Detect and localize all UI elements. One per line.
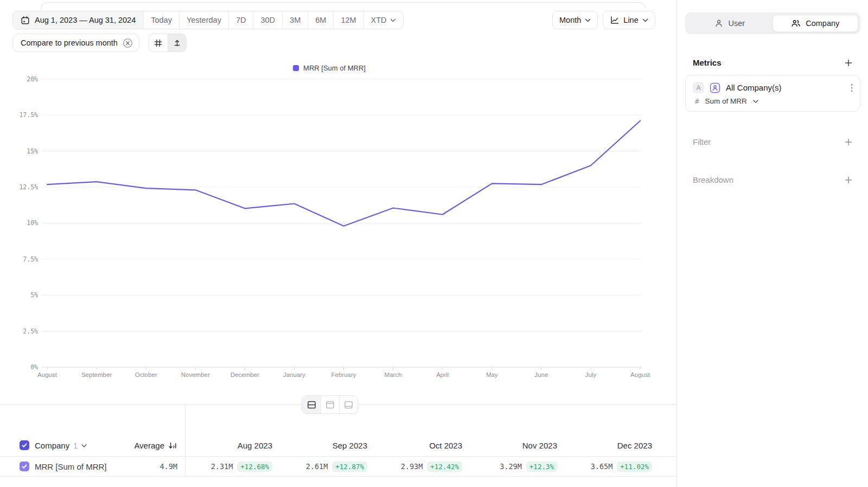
preset-xtd-label: XTD	[371, 16, 387, 24]
row-checkbox[interactable]	[20, 462, 29, 471]
toggle-company[interactable]: Company	[773, 15, 859, 32]
select-all-checkbox[interactable]	[20, 440, 29, 450]
kebab-menu-icon[interactable]	[851, 84, 853, 92]
chevron-down-icon	[753, 100, 758, 103]
cell-value: 2.61M	[306, 462, 328, 471]
chart-type-dropdown[interactable]: Line	[603, 11, 655, 29]
layout-bottom-button[interactable]	[339, 396, 358, 413]
toggle-user[interactable]: User	[687, 15, 773, 32]
date-range-toolbar: Aug 1, 2023 — Aug 31, 2024 Today Yesterd…	[12, 11, 404, 29]
table-column-divider	[185, 405, 186, 477]
preset-30d[interactable]: 30D	[253, 11, 282, 29]
add-filter-button[interactable]	[844, 138, 853, 146]
svg-text:10%: 10%	[27, 219, 38, 227]
svg-text:August: August	[37, 371, 58, 378]
entity-toggle: User Company	[685, 12, 860, 34]
sort-descending-icon	[168, 441, 177, 450]
cell-delta-badge: +12.68%	[237, 462, 272, 472]
calendar-icon	[21, 16, 30, 25]
arrow-up-from-line-icon	[173, 39, 182, 48]
remove-compare-icon[interactable]	[123, 38, 133, 48]
series-badge: A	[693, 82, 704, 93]
svg-text:February: February	[331, 371, 356, 378]
preset-6m[interactable]: 6M	[308, 11, 333, 29]
filter-section-header: Filter	[685, 137, 860, 146]
svg-text:2.5%: 2.5%	[23, 328, 38, 335]
chevron-down-icon	[390, 18, 396, 22]
average-header-sort[interactable]: Average	[114, 441, 185, 450]
cell-delta-badge: +12.87%	[332, 462, 367, 472]
svg-text:September: September	[81, 371, 112, 378]
line-chart-icon	[610, 15, 620, 25]
cell-value: 2.31M	[211, 462, 233, 471]
chevron-down-icon	[81, 444, 87, 447]
svg-text:May: May	[486, 371, 498, 378]
preset-yesterday[interactable]: Yesterday	[179, 11, 228, 29]
main-pane: Aug 1, 2023 — Aug 31, 2024 Today Yesterd…	[0, 0, 677, 487]
preset-7d[interactable]: 7D	[228, 11, 253, 29]
preset-today[interactable]: Today	[143, 11, 179, 29]
number-type-icon: #	[695, 97, 699, 105]
column-header[interactable]: Dec 2023	[617, 441, 652, 450]
chevron-down-icon	[642, 18, 648, 22]
average-header-label: Average	[134, 441, 164, 450]
metric-name: All Company(s)	[726, 83, 845, 92]
svg-text:November: November	[181, 371, 210, 378]
toggle-company-label: Company	[806, 19, 839, 28]
layout-top-button[interactable]	[321, 396, 339, 413]
layout-split-button[interactable]	[302, 396, 321, 413]
cell-value: 3.29M	[500, 462, 522, 471]
chart-option-buttons	[149, 34, 187, 52]
svg-text:January: January	[283, 371, 305, 378]
company-header-label: Company	[35, 441, 69, 450]
user-icon	[714, 19, 723, 28]
svg-text:December: December	[231, 371, 259, 378]
mrr-line-chart: 0%2.5%5%7.5%10%12.5%15%17.5%20%AugustSep…	[0, 54, 677, 386]
axis-scale-toggle-button[interactable]	[168, 34, 186, 52]
compare-chip[interactable]: Compare to previous month	[12, 34, 139, 52]
cell-value: 2.93M	[401, 462, 423, 471]
svg-text:5%: 5%	[30, 291, 38, 299]
column-header[interactable]: Sep 2023	[333, 441, 367, 450]
panel-layout-toggle	[302, 395, 358, 414]
svg-text:0%: 0%	[30, 363, 38, 371]
chart-type-label: Line	[623, 16, 638, 24]
users-icon	[791, 19, 801, 28]
preset-xtd-dropdown[interactable]: XTD	[363, 11, 403, 29]
add-breakdown-button[interactable]	[844, 176, 853, 184]
measure-label: Sum of MRR	[705, 97, 747, 105]
column-header[interactable]: Nov 2023	[522, 441, 557, 450]
measure-dropdown[interactable]: # Sum of MRR	[693, 97, 853, 105]
table-row: MRR [Sum of MRR] 4.9M 2.31M +12.68% 2.61…	[0, 457, 677, 477]
chevron-down-icon	[585, 18, 591, 22]
breakdown-title: Breakdown	[693, 175, 733, 184]
granularity-dropdown[interactable]: Month	[552, 11, 598, 29]
toggle-user-label: User	[728, 19, 745, 28]
cell-delta-badge: +11.02%	[617, 462, 652, 472]
gridlines-toggle-button[interactable]	[149, 34, 168, 52]
date-range-button[interactable]: Aug 1, 2023 — Aug 31, 2024	[13, 11, 143, 29]
column-header[interactable]: Oct 2023	[429, 441, 462, 450]
preset-3m[interactable]: 3M	[282, 11, 308, 29]
compare-chip-label: Compare to previous month	[21, 39, 118, 47]
company-count: 1	[73, 441, 78, 450]
layout-split-icon	[307, 400, 316, 409]
svg-text:August: August	[630, 371, 650, 378]
company-member-icon	[710, 82, 720, 93]
svg-text:15%: 15%	[27, 148, 38, 155]
add-metric-button[interactable]	[844, 59, 853, 67]
layout-bottom-icon	[344, 400, 353, 409]
svg-text:June: June	[534, 371, 548, 378]
view-controls: Month Line	[552, 11, 655, 29]
svg-text:March: March	[385, 371, 402, 378]
preset-12m[interactable]: 12M	[333, 11, 363, 29]
comparison-row: Compare to previous month	[12, 34, 187, 52]
company-header-dropdown[interactable]: Company 1	[35, 441, 114, 450]
svg-text:7.5%: 7.5%	[23, 255, 38, 263]
metrics-section-header: Metrics	[685, 58, 860, 67]
granularity-label: Month	[559, 16, 581, 24]
column-header[interactable]: Aug 2023	[238, 441, 272, 450]
chart-card-top-border	[41, 2, 646, 9]
config-sidebar: User Company Metrics A	[678, 0, 868, 487]
metric-card[interactable]: A All Company(s) # Sum of MRR	[685, 75, 860, 112]
